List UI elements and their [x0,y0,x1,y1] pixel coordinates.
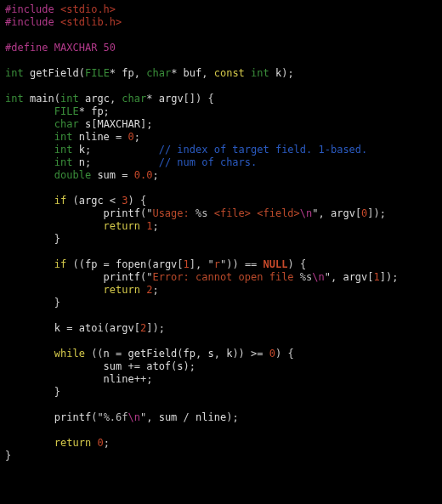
code-token: " [97,411,103,423]
code-token: const [214,67,245,79]
code-token: / [177,411,196,423]
code-token [5,258,54,270]
code-token [5,131,54,143]
code-line: sum += atof(s); [5,360,196,372]
code-token [5,271,104,283]
code-line: while ((n = getField(fp, s, k)) >= 0) { [5,348,294,360]
code-token [269,67,275,79]
code-token: argc [85,93,110,105]
code-token: += [122,360,146,372]
code-line: } [5,297,60,309]
code-token: nline [104,373,134,385]
code-token: char [146,67,171,79]
code-token: ]); [367,207,386,219]
code-line: int n; // num of chars. [5,156,257,168]
code-token [5,195,54,207]
code-token: ]; [140,118,152,130]
code-token: (( [66,258,85,270]
code-token: NULL [264,258,288,270]
code-token [5,348,54,360]
code-token: ) { [287,258,306,270]
code-token: fopen [116,258,146,270]
code-token: atoi [79,322,104,334]
code-token: \n [312,271,324,283]
code-token: , [196,348,207,360]
code-token: printf [54,411,91,423]
code-token: main [30,93,54,105]
code-token: if [54,195,66,207]
code-token: 0.0 [134,169,153,181]
code-token: fp [122,67,133,79]
code-token: int [54,131,73,143]
code-token: fp [91,105,103,117]
code-token: FILE [54,105,79,117]
code-token [5,437,54,449]
code-token: #include [5,3,60,15]
code-token: while [54,348,85,360]
code-token: int [54,144,73,156]
code-token [5,118,54,130]
code-token: 1 [374,271,380,283]
code-token: sum [159,411,178,423]
code-token: } [5,450,11,462]
code-token [72,156,78,168]
code-line: } [5,386,60,398]
code-token: if [54,258,66,270]
code-token [72,144,78,156]
code-token: int [54,156,73,168]
code-token: ; [104,437,110,449]
code-token [5,411,54,423]
code-token: 0 [97,437,103,449]
code-token: 0 [269,348,275,360]
code-token [5,284,104,296]
code-token: ], [190,258,208,270]
code-token: argv [343,271,367,283]
code-token [5,207,104,219]
code-token: )) == [226,258,263,270]
code-token [5,360,104,372]
code-token: []) { [184,93,214,105]
code-token: , [110,93,122,105]
code-token [72,131,78,143]
code-token: )) >= [232,348,269,360]
code-token: ( [104,322,110,334]
code-token: argc [79,195,104,207]
code-block: #include <stdio.h> #include <stdlib.h> #… [0,0,442,466]
code-token: %s [196,207,207,219]
code-token: " [208,258,214,270]
code-token: ; [134,131,140,143]
code-token: * [110,67,122,79]
code-token: // num of chars. [159,156,258,168]
code-token: r [214,258,220,270]
code-line: printf("Usage: %s <file> <field>\n", arg… [5,207,386,219]
code-token: char [122,93,146,105]
code-line: return 0; [5,437,110,449]
code-line: int getField(FILE* fp, char* buf, const … [5,67,294,79]
code-token [5,144,54,156]
code-token: ); [281,67,293,79]
code-token [24,67,30,79]
code-token: nline [196,411,226,423]
code-token: \n [128,411,140,423]
code-token [245,67,251,79]
code-token [79,118,85,130]
code-token: ( [66,195,78,207]
code-token: ) { [275,348,294,360]
code-token: ( [177,348,183,360]
code-line: int main(int argc, char* argv[]) { [5,93,214,105]
code-token: sum [104,360,122,372]
code-token: \n [300,207,312,219]
code-token: < [104,195,122,207]
code-token: } [5,233,60,245]
code-token: [ [367,271,373,283]
code-token: k [79,144,85,156]
code-line: printf("Error: cannot open file %s\n", a… [5,271,398,283]
code-line: #include <stdlib.h> [5,16,122,28]
code-token: double [54,169,91,181]
code-token: , [319,207,331,219]
code-token: %s [300,271,312,283]
code-token: MAXCHAR [97,118,140,130]
code-token [5,105,54,117]
code-line: return 2; [5,284,159,296]
code-token: atof [146,360,171,372]
